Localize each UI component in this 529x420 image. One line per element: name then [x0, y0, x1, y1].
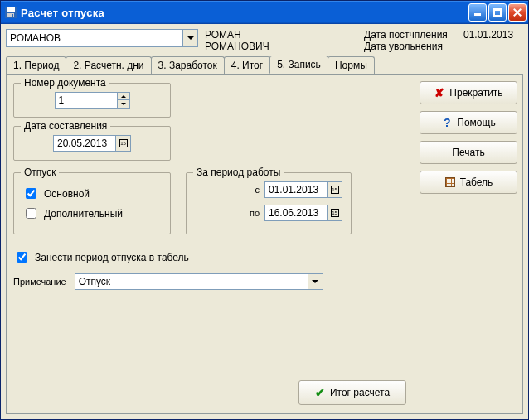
doc-date-input[interactable]: [54, 136, 115, 151]
cancel-button[interactable]: ✘ Прекратить: [420, 81, 517, 104]
work-period-legend: За период работы: [193, 167, 284, 178]
chevron-down-icon: [312, 280, 318, 283]
work-period-group: За период работы с по: [186, 172, 352, 234]
minimize-button[interactable]: [468, 3, 487, 22]
check-icon: ✔: [315, 386, 325, 399]
x-icon: ✘: [434, 87, 445, 99]
name-block: РОМАН РОМАНОВИЧ: [205, 29, 269, 52]
vacation-main-input[interactable]: [26, 188, 36, 199]
arrow-down-icon: [121, 103, 126, 105]
vacation-extra-input[interactable]: [26, 208, 36, 219]
doc-number-input[interactable]: [56, 93, 117, 108]
hire-date-value: 01.01.2013: [463, 29, 523, 41]
print-button[interactable]: Печать: [420, 141, 517, 164]
period-to-label: по: [240, 208, 260, 218]
note-label: Примечание: [13, 277, 66, 287]
question-icon: ?: [441, 117, 453, 128]
cancel-button-label: Прекратить: [449, 87, 502, 99]
doc-date-picker-button[interactable]: [115, 136, 130, 151]
patronymic: РОМАНОВИЧ: [205, 41, 269, 52]
vacation-extra-label: Дополнительный: [44, 208, 123, 220]
period-to-picker[interactable]: [327, 205, 342, 220]
doc-date-legend: Дата составления: [21, 120, 110, 132]
spin-down[interactable]: [118, 100, 129, 108]
header-area: РОМАН РОМАНОВИЧ Дата постчпления 01.01.2…: [1, 24, 528, 54]
form-column: Номер документа Дата составления: [7, 75, 415, 413]
period-from-input-wrap: [264, 181, 342, 198]
tab-calc-days[interactable]: 2. Расчетн. дни: [66, 56, 151, 75]
fire-date-label: Дата увольнения: [364, 41, 463, 52]
doc-number-legend: Номер документа: [21, 77, 109, 89]
vacation-type-legend: Отпуск: [21, 167, 59, 178]
period-from-label: с: [240, 185, 260, 195]
print-button-label: Печать: [452, 147, 484, 158]
to-tabel-checkbox[interactable]: Занести период отпуска в табель: [13, 249, 408, 265]
period-to-input-wrap: [264, 205, 342, 221]
dialog-window: Расчет отпуска РОМАН РОМАНОВИЧ Дата пост…: [0, 0, 529, 420]
help-button[interactable]: ? Помощь: [420, 111, 517, 134]
result-button[interactable]: ✔ Итог расчета: [298, 380, 406, 405]
surname-combo[interactable]: [6, 29, 198, 47]
tabel-button[interactable]: Табель: [420, 171, 517, 194]
minimize-icon: [473, 8, 482, 17]
doc-date-group: Дата составления: [13, 126, 171, 161]
help-button-label: Помощь: [457, 117, 495, 128]
result-button-label: Итог расчета: [330, 387, 390, 398]
note-dropdown-button[interactable]: [308, 274, 323, 289]
calendar-icon: [119, 139, 128, 147]
period-to-input[interactable]: [265, 205, 327, 220]
note-row: Примечание: [13, 273, 408, 290]
tabel-button-label: Табель: [460, 176, 493, 188]
vacation-type-group: Отпуск Основной Дополнительный: [13, 172, 171, 234]
window-title: Расчет отпуска: [21, 7, 467, 19]
maximize-icon: [493, 8, 502, 17]
doc-number-input-wrap: [55, 92, 130, 109]
first-name: РОМАН: [205, 29, 269, 41]
dates-block: Дата постчпления 01.01.2013 Дата увольне…: [364, 29, 523, 52]
period-from-input[interactable]: [265, 182, 327, 197]
doc-number-spinner[interactable]: [117, 93, 129, 108]
calendar-icon: [331, 186, 339, 194]
vacation-extra-checkbox[interactable]: Дополнительный: [22, 205, 162, 221]
note-combo[interactable]: [75, 273, 323, 290]
doc-date-input-wrap: [53, 135, 131, 152]
note-input[interactable]: [75, 274, 308, 289]
vacation-main-label: Основной: [44, 188, 90, 200]
tab-body: Номер документа Дата составления: [6, 74, 523, 414]
tab-norms[interactable]: Нормы: [328, 56, 375, 75]
svg-rect-1: [7, 7, 15, 12]
surname-input[interactable]: [7, 30, 182, 46]
period-from-picker[interactable]: [327, 182, 342, 197]
svg-rect-3: [12, 14, 13, 17]
bottom-button-area: ✔ Итог расчета: [298, 380, 406, 405]
tab-record[interactable]: 5. Запись: [269, 56, 328, 74]
vacation-main-checkbox[interactable]: Основной: [22, 186, 162, 201]
grid-icon: [444, 176, 456, 188]
side-buttons: ✘ Прекратить ? Помощь Печать Табель: [415, 75, 522, 413]
tab-earnings[interactable]: 3. Заработок: [151, 56, 225, 75]
to-tabel-label: Занести период отпуска в табель: [35, 252, 189, 263]
doc-number-group: Номер документа: [13, 83, 171, 118]
arrow-up-icon: [121, 95, 126, 98]
maximize-button[interactable]: [488, 3, 507, 22]
floppy-icon: [4, 6, 17, 19]
tab-result[interactable]: 4. Итог: [224, 56, 270, 75]
titlebar: Расчет отпуска: [1, 1, 528, 24]
surname-dropdown-button[interactable]: [182, 30, 197, 46]
tab-strip: 1. Период 2. Расчетн. дни 3. Заработок 4…: [1, 56, 528, 74]
spin-up[interactable]: [118, 93, 129, 100]
tab-period[interactable]: 1. Период: [6, 56, 66, 75]
to-tabel-input[interactable]: [17, 252, 27, 263]
close-button[interactable]: [508, 3, 527, 22]
close-icon: [512, 7, 522, 17]
fire-date-value: [463, 41, 523, 52]
calendar-icon: [331, 209, 339, 217]
chevron-down-icon: [187, 36, 194, 40]
hire-date-label: Дата постчпления: [364, 29, 463, 41]
